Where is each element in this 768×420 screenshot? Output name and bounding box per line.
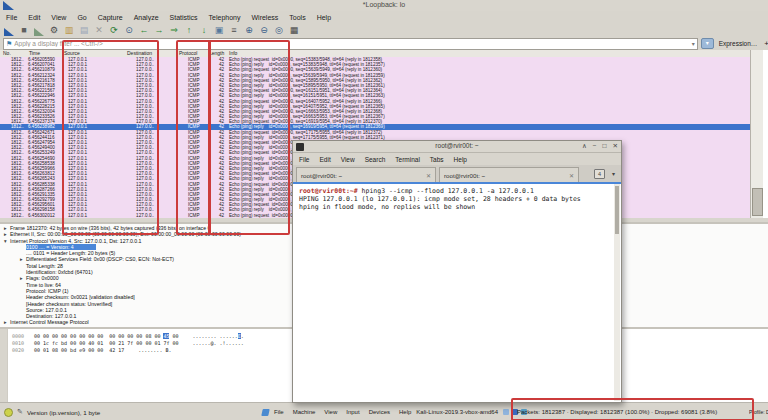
- terminal-text: HPING 127.0.0.1 (lo 127.0.0.1): icmp mod…: [299, 195, 581, 203]
- terminal-menu-view[interactable]: View: [341, 156, 355, 163]
- terminal-menu-search[interactable]: Search: [365, 156, 386, 163]
- filter-bookmark-icon[interactable]: ⚑: [6, 39, 12, 48]
- capture-options-icon[interactable]: ⚙: [49, 25, 59, 36]
- menu-file[interactable]: File: [6, 14, 17, 21]
- vbox-status-icon-0[interactable]: [503, 409, 509, 415]
- resize-columns-icon[interactable]: ▦: [289, 25, 299, 36]
- profile-label[interactable]: Profile: Default: [749, 403, 768, 420]
- close-file-icon[interactable]: ✕: [94, 25, 104, 36]
- terminal-content[interactable]: root@rvir00t:~# hping3 --icmp --flood 12…: [294, 184, 620, 401]
- start-capture-icon[interactable]: [4, 28, 14, 36]
- stop-capture-icon[interactable]: ■: [19, 25, 29, 36]
- column-header-no[interactable]: No.: [3, 50, 11, 57]
- wireshark-window: *Loopback: lo FileEditViewGoCaptureAnaly…: [0, 0, 768, 420]
- hex-post: 00: [169, 333, 178, 339]
- packet-list-scrollbar[interactable]: [750, 50, 763, 218]
- add-filter-button[interactable]: +: [762, 39, 768, 48]
- vbox-menu-machine[interactable]: Machine: [293, 409, 316, 415]
- vbox-menu-help[interactable]: Help: [399, 409, 411, 415]
- terminal-menu-file[interactable]: File: [299, 156, 309, 163]
- menu-analyze[interactable]: Analyze: [134, 14, 159, 21]
- status-left-group: ✎ Version (ip.version), 1 byte: [4, 403, 100, 420]
- terminal-scrollbar-thumb[interactable]: [615, 186, 619, 234]
- terminal-tab-1[interactable]: root@rvir00t: ~✕: [439, 167, 579, 182]
- menu-go[interactable]: Go: [77, 14, 86, 21]
- tab-close-icon[interactable]: ✕: [426, 172, 431, 179]
- menu-statistics[interactable]: Statistics: [170, 14, 198, 21]
- cell: 1812..: [0, 213, 27, 218]
- expert-info-icon[interactable]: [4, 408, 13, 417]
- column-header-protocol[interactable]: Protocol: [179, 50, 197, 57]
- column-header-info[interactable]: Info: [229, 50, 237, 57]
- terminal-line: root@rvir00t:~# hping3 --icmp --flood 12…: [299, 187, 610, 195]
- go-back-icon[interactable]: ←: [139, 25, 149, 36]
- vbox-menu: FileMachineViewInputDevicesHelp: [274, 409, 411, 415]
- filter-history-caret-icon[interactable]: ▾: [692, 40, 695, 47]
- zoom-out-icon[interactable]: ⊖: [259, 25, 269, 36]
- vbox-menu-input[interactable]: Input: [346, 409, 359, 415]
- vbox-menu-file[interactable]: File: [274, 409, 284, 415]
- go-first-packet-icon[interactable]: ↑: [184, 25, 194, 36]
- terminal-line: HPING 127.0.0.1 (lo 127.0.0.1): icmp mod…: [299, 195, 610, 203]
- vbox-menu-devices[interactable]: Devices: [369, 409, 390, 415]
- hex-ascii: ........ ......E.: [179, 333, 244, 339]
- close-icon[interactable]: ✕: [613, 142, 618, 150]
- restart-capture-icon[interactable]: [34, 28, 44, 36]
- menu-telephony[interactable]: Telephony: [209, 14, 241, 21]
- open-file-icon[interactable]: ▥: [64, 25, 74, 36]
- zoom-reset-icon[interactable]: ◎: [274, 25, 284, 36]
- ascii-pre: ........ ......: [193, 333, 238, 339]
- detail-text: Ethernet II, Src: 00:00:00_00:00:00 (00:…: [10, 231, 241, 237]
- colorize-icon[interactable]: ≡: [229, 25, 239, 36]
- auto-scroll-icon[interactable]: ▣: [214, 25, 224, 36]
- field-info-text: Version (ip.version), 1 byte: [27, 409, 100, 416]
- tab-list-caret-icon[interactable]: ▾: [612, 170, 615, 177]
- hex-offset: 0020: [12, 347, 34, 354]
- filter-apply-icon[interactable]: ▾: [701, 38, 714, 49]
- menu-edit[interactable]: Edit: [28, 14, 40, 21]
- terminal-window[interactable]: root@rvir00t: ~ ∧−□✕ FileEditViewSearchT…: [292, 140, 622, 403]
- minimize-icon[interactable]: −: [593, 142, 597, 150]
- detail-text: .... 0101 = Header Length: 20 bytes (5): [26, 250, 115, 256]
- vbox-menu-view[interactable]: View: [324, 409, 337, 415]
- reload-icon[interactable]: ⟳: [109, 25, 119, 36]
- terminal-menu-tabs[interactable]: Tabs: [430, 156, 444, 163]
- hex-pre: 00 01 08 00 bd e9 00 00 42 17: [34, 347, 124, 353]
- save-file-icon[interactable]: ▤: [79, 25, 89, 36]
- capture-comment-icon[interactable]: ✎: [17, 408, 23, 416]
- column-header-source[interactable]: Source: [64, 50, 80, 57]
- go-forward-icon[interactable]: →: [154, 25, 164, 36]
- display-filter-input[interactable]: [14, 39, 689, 48]
- terminal-scrollbar[interactable]: [614, 184, 620, 401]
- expression-button[interactable]: Expression…: [717, 40, 760, 47]
- cell: 127.0.0.1: [62, 213, 126, 218]
- filter-bar: ⚑ ▾ ▾ Expression… +: [0, 37, 768, 50]
- terminal-menu-terminal[interactable]: Terminal: [395, 156, 420, 163]
- menu-wireless[interactable]: Wireless: [251, 14, 278, 21]
- menu-capture[interactable]: Capture: [98, 14, 123, 21]
- rollup-icon[interactable]: ∧: [582, 142, 587, 150]
- tab-switcher-icon[interactable]: 4: [594, 169, 605, 179]
- detail-text: Protocol: ICMP (1): [26, 288, 69, 294]
- column-header-length[interactable]: Length: [209, 50, 224, 57]
- zoom-in-icon[interactable]: ⊕: [244, 25, 254, 36]
- menu-view[interactable]: View: [51, 14, 66, 21]
- tab-bar-right-controls: 4 ▾: [594, 165, 621, 182]
- display-filter-field[interactable]: ⚑ ▾: [3, 38, 698, 50]
- terminal-title: root@rvir00t: ~: [293, 142, 621, 149]
- go-to-packet-icon[interactable]: ⇒: [169, 25, 179, 36]
- maximize-icon[interactable]: □: [603, 142, 607, 150]
- terminal-tab-0[interactable]: root@rvir00t: ~✕: [296, 167, 436, 182]
- go-last-packet-icon[interactable]: ↓: [199, 25, 209, 36]
- terminal-title-bar[interactable]: root@rvir00t: ~ ∧−□✕: [293, 141, 621, 153]
- menu-tools[interactable]: Tools: [289, 14, 305, 21]
- window-title: *Loopback: lo: [0, 1, 768, 8]
- column-header-destination[interactable]: Destination: [127, 50, 152, 57]
- menu-help[interactable]: Help: [317, 14, 331, 21]
- tab-close-icon[interactable]: ✕: [569, 172, 574, 179]
- terminal-menu-help[interactable]: Help: [454, 156, 467, 163]
- terminal-menu-edit[interactable]: Edit: [319, 156, 330, 163]
- find-packet-icon[interactable]: ⊙: [124, 25, 134, 36]
- scrollbar-thumb[interactable]: [752, 188, 763, 216]
- column-header-time[interactable]: Time: [29, 50, 40, 57]
